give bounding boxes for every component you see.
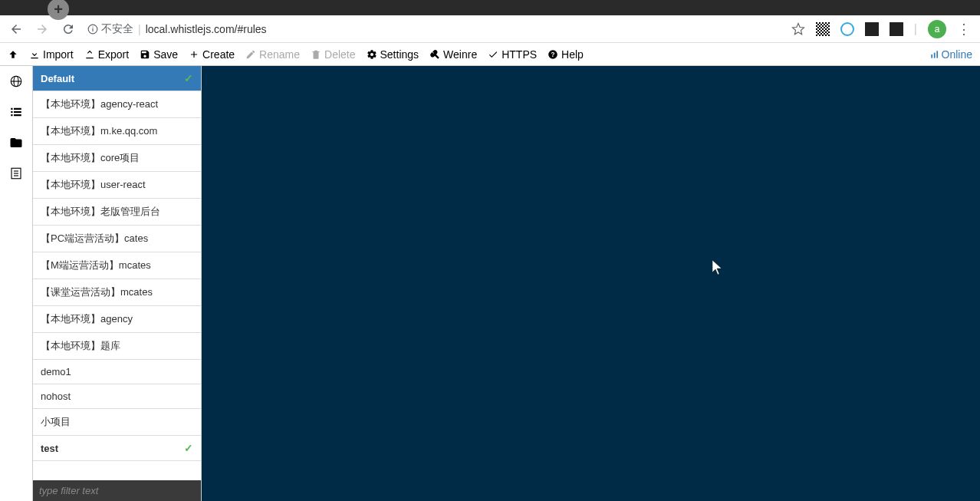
profile-avatar[interactable]: a (928, 20, 946, 38)
settings-label: Settings (380, 48, 419, 61)
rule-item-label: 【本地环境】agency (41, 312, 133, 326)
weinre-button[interactable]: Weinre (429, 48, 477, 61)
site-info-icon[interactable]: 不安全 (87, 22, 133, 36)
rules-tab-icon[interactable] (0, 97, 32, 127)
browser-menu-icon[interactable]: ⋮ (957, 21, 971, 38)
filter-input[interactable] (33, 480, 201, 501)
browser-tab-strip: + (0, 0, 980, 15)
rule-item[interactable]: 小项目 (33, 409, 201, 436)
https-label: HTTPS (502, 48, 537, 61)
extension-icon-2[interactable] (890, 22, 903, 36)
url-text: local.whistlejs.com/#rules (146, 23, 267, 35)
import-button[interactable]: Import (29, 48, 74, 61)
rule-item-label: 【PC端运营活动】cates (41, 232, 148, 246)
rule-item-label: 小项目 (41, 415, 71, 429)
plugins-tab-icon[interactable] (0, 158, 32, 189)
bookmark-star-icon[interactable] (791, 22, 805, 36)
svg-rect-7 (936, 51, 938, 58)
rule-item-label: 【本地环境】user-react (41, 178, 146, 192)
rule-item-label: 【本地环境】m.ke.qq.com (41, 124, 157, 138)
export-label: Export (98, 48, 129, 61)
svg-rect-14 (14, 110, 21, 112)
rule-item[interactable]: 【本地环境】agency (33, 306, 201, 333)
https-button[interactable]: HTTPS (488, 48, 537, 61)
back-button[interactable] (9, 22, 23, 36)
forward-button[interactable] (35, 22, 49, 36)
extensions-separator: | (914, 22, 917, 36)
svg-rect-6 (933, 52, 935, 58)
rule-item[interactable]: 【本地环境】user-react (33, 172, 201, 199)
rule-item-label: 【本地环境】agency-react (41, 97, 158, 111)
rule-item[interactable]: 【本地环境】题库 (33, 333, 201, 360)
svg-rect-5 (931, 54, 932, 58)
url-bar[interactable]: 不安全 | local.whistlejs.com/#rules (87, 22, 779, 36)
svg-text:?: ? (551, 51, 555, 58)
create-label: Create (202, 48, 235, 61)
check-icon: ✓ (184, 72, 193, 84)
rule-item[interactable]: 【本地环境】agency-react (33, 91, 201, 118)
svg-point-2 (92, 26, 93, 27)
rule-item[interactable]: 【本地环境】老版管理后台 (33, 199, 201, 226)
rule-item[interactable]: Default✓ (33, 66, 201, 91)
rule-item[interactable]: 【M端运营活动】mcates (33, 252, 201, 279)
rule-item-label: Default (41, 73, 74, 84)
online-label: Online (942, 48, 972, 61)
collapse-toggle-icon[interactable] (8, 49, 18, 60)
help-button[interactable]: ? Help (548, 48, 584, 61)
values-tab-icon[interactable] (0, 127, 32, 158)
svg-rect-16 (14, 114, 21, 116)
qr-extension-icon[interactable] (816, 22, 830, 36)
browser-address-bar: 不安全 | local.whistlejs.com/#rules | a ⋮ (0, 15, 980, 43)
rule-item-label: 【M端运营活动】mcates (41, 259, 151, 272)
weinre-label: Weinre (443, 48, 477, 61)
app-toolbar: Import Export Save Create Rename Delete … (0, 43, 980, 66)
rule-item[interactable]: nohost (33, 384, 201, 409)
delete-label: Delete (324, 48, 355, 61)
rule-item-label: nohost (41, 391, 71, 402)
create-button[interactable]: Create (189, 48, 235, 61)
rule-item-label: 【课堂运营活动】mcates (41, 285, 153, 299)
help-label: Help (561, 48, 584, 61)
svg-rect-15 (11, 114, 12, 116)
network-tab-icon[interactable] (0, 66, 32, 97)
rule-item-label: 【本地环境】题库 (41, 339, 120, 353)
mouse-cursor-icon (712, 260, 723, 275)
svg-rect-11 (11, 107, 12, 109)
left-nav-tabs (0, 66, 33, 501)
export-button[interactable]: Export (84, 48, 129, 61)
editor-pane[interactable] (202, 66, 980, 501)
extension-icon-1[interactable] (865, 22, 879, 36)
delete-button[interactable]: Delete (311, 48, 355, 61)
rename-button[interactable]: Rename (245, 48, 300, 61)
rule-item[interactable]: test✓ (33, 436, 201, 461)
svg-rect-12 (14, 107, 21, 109)
circle-extension-icon[interactable] (840, 22, 854, 36)
rule-list: Default✓【本地环境】agency-react【本地环境】m.ke.qq.… (33, 66, 201, 480)
unsafe-label: 不安全 (101, 22, 133, 36)
settings-button[interactable]: Settings (367, 48, 419, 61)
rule-item[interactable]: 【本地环境】m.ke.qq.com (33, 118, 201, 145)
rule-item[interactable]: 【课堂运营活动】mcates (33, 279, 201, 306)
filter-box (33, 480, 201, 501)
rule-item[interactable]: 【本地环境】core项目 (33, 145, 201, 172)
reload-button[interactable] (61, 22, 75, 36)
main-area: Default✓【本地环境】agency-react【本地环境】m.ke.qq.… (0, 66, 980, 501)
save-label: Save (153, 48, 178, 61)
online-status[interactable]: Online (929, 48, 972, 61)
rule-item[interactable]: 【PC端运营活动】cates (33, 226, 201, 252)
rule-item-label: 【本地环境】core项目 (41, 151, 140, 165)
rule-item-label: 【本地环境】老版管理后台 (41, 205, 160, 219)
rule-item[interactable]: demo1 (33, 360, 201, 384)
check-icon: ✓ (184, 442, 193, 454)
rule-item-label: demo1 (41, 366, 71, 377)
rename-label: Rename (259, 48, 300, 61)
rules-list-panel: Default✓【本地环境】agency-react【本地环境】m.ke.qq.… (33, 66, 202, 501)
import-label: Import (43, 48, 74, 61)
rule-item-label: test (41, 443, 58, 454)
save-button[interactable]: Save (140, 48, 178, 61)
url-separator: | (138, 23, 141, 35)
svg-rect-13 (11, 110, 12, 112)
